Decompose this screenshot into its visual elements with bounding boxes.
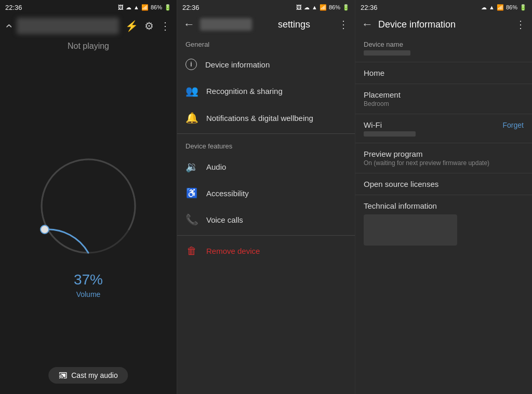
menu-item-remove-device[interactable]: 🗑 Remove device <box>177 238 355 264</box>
menu-item-audio[interactable]: 🔉 Audio <box>177 153 355 180</box>
settings-panel: 22:36 🖼 ☁ ▲ 📶 86% 🔋 ← settings ⋮ General… <box>177 0 355 394</box>
menu-item-audio-label: Audio <box>206 162 226 171</box>
device-info-icon: i <box>185 59 197 70</box>
more-icon-device-info[interactable]: ⋮ <box>515 18 526 31</box>
device-name-value-block <box>364 50 410 56</box>
settings-icon[interactable]: ⚙ <box>144 20 154 32</box>
menu-item-notifications[interactable]: 🔔 Notifications & digital wellbeing <box>177 104 355 131</box>
wifi-forget-button[interactable]: Forget <box>503 121 524 129</box>
preview-program-label: Preview program <box>364 150 524 158</box>
settings-toolbar: ← settings ⋮ <box>177 15 355 34</box>
menu-item-device-info-label: Device information <box>205 60 270 69</box>
device-name-label: Device name <box>364 40 524 48</box>
blurred-settings-name <box>200 18 252 31</box>
home-section: Home <box>355 62 532 84</box>
cast-my-audio-button[interactable]: Cast my audio <box>48 367 128 384</box>
device-features-header: Device features <box>177 136 355 153</box>
device-info-toolbar: ← Device information ⋮ <box>355 15 532 34</box>
device-info-panel: 22:36 ☁ ▲ 📶 86% 🔋 ← Device information ⋮… <box>355 0 532 394</box>
status-bar-panel1: 22:36 🖼 ☁ ▲ 📶 86% 🔋 <box>0 0 177 15</box>
signal-icon: 📶 <box>141 4 149 11</box>
placement-value: Bedroom <box>364 100 524 107</box>
photo-icon: 🖼 <box>118 4 124 10</box>
cloud-icon2: ☁ <box>304 4 310 11</box>
volume-label: Volume <box>76 290 101 298</box>
svg-point-1 <box>41 225 49 234</box>
audio-icon: 🔉 <box>185 160 198 173</box>
menu-item-recognition[interactable]: 👥 Recognition & sharing <box>177 77 355 104</box>
device-info-title: Device information <box>378 19 510 30</box>
recognition-icon: 👥 <box>185 85 198 97</box>
cast-button-label: Cast my audio <box>71 371 117 379</box>
preview-program-section: Preview program On (waiting for next pre… <box>355 143 532 173</box>
remove-device-icon: 🗑 <box>185 245 198 257</box>
status-icons-panel2: 🖼 ☁ ▲ 📶 86% 🔋 <box>296 4 350 11</box>
volume-circle[interactable] <box>31 149 145 263</box>
notifications-icon: 🔔 <box>185 112 198 124</box>
time-panel2: 22:36 <box>182 4 200 11</box>
menu-item-device-info[interactable]: i Device information <box>177 51 355 77</box>
cloud-icon3: ☁ <box>481 4 487 11</box>
preview-program-value: On (waiting for next preview firmware up… <box>364 159 524 167</box>
open-source-section[interactable]: Open source licenses <box>355 173 532 195</box>
technical-info-label: Technical information <box>364 201 524 210</box>
placement-label: Placement <box>364 90 524 99</box>
settings-title: settings <box>255 19 333 30</box>
equalizer-icon[interactable]: ⚡ <box>125 20 138 32</box>
wifi-label: Wi-Fi <box>364 120 382 129</box>
battery-icon-panel3: 🔋 <box>520 4 527 11</box>
volume-arc-svg <box>31 149 145 263</box>
signal-icon3: 📶 <box>497 4 504 11</box>
now-playing-toolbar: › ⚡ ⚙ ⋮ <box>0 15 177 37</box>
menu-item-voice-calls-label: Voice calls <box>206 215 243 224</box>
technical-info-section: Technical information <box>355 195 532 252</box>
device-name-section: Device name <box>355 34 532 62</box>
general-section-header: General <box>177 34 355 51</box>
blurred-device-title <box>17 18 119 34</box>
signal-icon2: 📶 <box>320 4 327 11</box>
photo-icon2: 🖼 <box>296 4 302 10</box>
battery-icon-panel2: 🔋 <box>342 4 350 11</box>
volume-container: 37% Volume <box>0 53 177 394</box>
time-panel3: 22:36 <box>361 4 378 11</box>
open-source-label: Open source licenses <box>364 180 524 188</box>
wifi-value-block <box>364 131 416 137</box>
back-icon-device-info[interactable]: ← <box>362 18 373 31</box>
menu-item-accessibility-label: Accessibility <box>206 189 249 198</box>
more-icon-settings[interactable]: ⋮ <box>338 18 349 31</box>
divider-2 <box>177 235 355 236</box>
home-value: Home <box>364 69 524 77</box>
time-panel1: 22:36 <box>5 4 22 11</box>
voice-calls-icon: 📞 <box>185 213 198 226</box>
accessibility-icon: ♿ <box>185 187 198 199</box>
battery-label-panel2: 86% <box>329 4 340 10</box>
not-playing-label: Not playing <box>0 42 177 51</box>
wifi-icon: ▲ <box>134 4 139 10</box>
technical-info-block <box>364 214 457 246</box>
back-icon-settings[interactable]: ← <box>183 18 195 31</box>
status-bar-panel3: 22:36 ☁ ▲ 📶 86% 🔋 <box>355 0 532 15</box>
now-playing-panel: 22:36 🖼 ☁ ▲ 📶 86% 🔋 › ⚡ ⚙ ⋮ Not playing <box>0 0 177 394</box>
chevron-down-icon[interactable]: › <box>1 24 16 28</box>
volume-percent: 37% <box>74 271 103 288</box>
wifi-section: Wi-Fi Forget <box>355 114 532 143</box>
menu-item-recognition-label: Recognition & sharing <box>206 87 283 96</box>
status-bar-panel2: 22:36 🖼 ☁ ▲ 📶 86% 🔋 <box>177 0 355 15</box>
cast-icon <box>59 371 67 379</box>
battery-icon-panel1: 🔋 <box>164 4 171 11</box>
wifi-icon3: ▲ <box>489 4 495 10</box>
more-icon-panel1[interactable]: ⋮ <box>160 20 170 32</box>
divider-1 <box>177 133 355 134</box>
menu-item-accessibility[interactable]: ♿ Accessibility <box>177 180 355 206</box>
wifi-icon2: ▲ <box>312 4 317 10</box>
battery-label-panel3: 86% <box>506 4 517 10</box>
wifi-row: Wi-Fi Forget <box>364 120 524 129</box>
menu-item-remove-device-label: Remove device <box>206 247 260 255</box>
menu-item-notifications-label: Notifications & digital wellbeing <box>206 114 313 123</box>
menu-item-voice-calls[interactable]: 📞 Voice calls <box>177 206 355 233</box>
status-icons-panel3: ☁ ▲ 📶 86% 🔋 <box>481 4 527 11</box>
battery-label-panel1: 86% <box>151 4 162 10</box>
status-icons-panel1: 🖼 ☁ ▲ 📶 86% 🔋 <box>118 4 171 11</box>
cloud-icon: ☁ <box>126 4 131 11</box>
placement-section: Placement Bedroom <box>355 84 532 114</box>
